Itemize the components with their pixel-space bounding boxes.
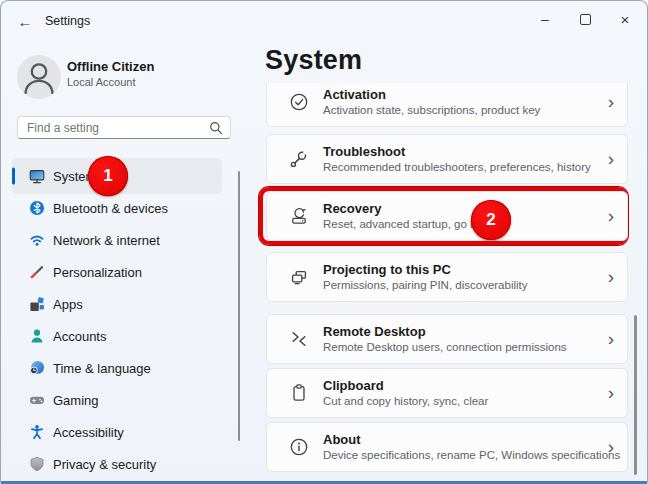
bluetooth-icon [29, 200, 45, 216]
sidebar-scrollbar[interactable] [238, 171, 240, 441]
brush-icon [29, 264, 45, 280]
sidebar-item-label: Apps [53, 297, 83, 312]
info-circle-icon [289, 437, 309, 457]
sidebar-item-label: Personalization [53, 265, 142, 280]
sidebar-item-personalization[interactable]: Personalization [12, 256, 222, 288]
card-subtitle: Cut and copy history, sync, clear [323, 395, 488, 407]
shield-icon [29, 456, 45, 472]
card-subtitle: Reset, advanced startup, go back [323, 218, 494, 230]
card-remote-desktop[interactable]: Remote Desktop Remote Desktop users, con… [266, 314, 628, 364]
card-title: Remote Desktop [323, 325, 567, 339]
user-name: Offline Citizen [67, 59, 154, 74]
search-box [17, 116, 231, 139]
window-title: Settings [45, 1, 90, 41]
chevron-right-icon: › [608, 436, 614, 458]
account-type: Local Account [67, 76, 136, 88]
annotation-step-1-badge: 1 [88, 156, 128, 196]
sidebar-item-label: Gaming [53, 393, 99, 408]
sidebar-item-accessibility[interactable]: Accessibility [12, 416, 222, 448]
sidebar-item-label: Privacy & security [53, 457, 156, 472]
card-troubleshoot[interactable]: Troubleshoot Recommended troubleshooters… [266, 134, 628, 184]
clock-globe-icon [29, 360, 45, 376]
wifi-icon [29, 232, 45, 248]
chevron-right-icon: › [608, 91, 614, 113]
card-projecting[interactable]: Projecting to this PC Permissions, pairi… [266, 252, 628, 302]
card-activation[interactable]: Activation Activation state, subscriptio… [266, 83, 628, 127]
back-arrow-icon: ← [18, 13, 33, 30]
sidebar-item-bluetooth-devices[interactable]: Bluetooth & devices [12, 192, 222, 224]
card-title: Projecting to this PC [323, 263, 528, 277]
card-title: About [323, 433, 620, 447]
avatar-person-icon [17, 55, 61, 99]
sidebar-item-apps[interactable]: Apps [12, 288, 222, 320]
chevron-right-icon: › [608, 328, 614, 350]
card-subtitle: Recommended troubleshooters, preferences… [323, 161, 591, 173]
card-title: Clipboard [323, 379, 488, 393]
chevron-right-icon: › [608, 148, 614, 170]
back-button[interactable]: ← [11, 7, 39, 35]
card-title: Recovery [323, 202, 494, 216]
sidebar-item-label: Time & language [53, 361, 151, 376]
search-input[interactable] [18, 117, 213, 138]
sidebar-item-label: Network & internet [53, 233, 160, 248]
settings-list: Activation Activation state, subscriptio… [256, 83, 647, 481]
settings-window: ← Settings – × Offline Citizen Local Acc… [0, 0, 648, 484]
card-about[interactable]: About Device specifications, rename PC, … [266, 422, 628, 472]
wrench-icon [289, 149, 309, 169]
card-title: Troubleshoot [323, 145, 591, 159]
chevron-right-icon: › [608, 382, 614, 404]
person-icon [29, 328, 45, 344]
sidebar-item-network-internet[interactable]: Network & internet [12, 224, 222, 256]
gamepad-icon [29, 392, 45, 408]
accessibility-person-icon [29, 424, 45, 440]
sidebar-item-gaming[interactable]: Gaming [12, 384, 222, 416]
account-header[interactable]: Offline Citizen Local Account [17, 55, 227, 99]
card-subtitle: Activation state, subscriptions, product… [323, 104, 540, 116]
close-icon: × [621, 11, 630, 28]
recovery-arrow-icon [289, 206, 309, 226]
chevron-right-icon: › [608, 205, 614, 227]
close-button[interactable]: × [605, 2, 645, 36]
search-icon [209, 121, 223, 135]
display-icon [29, 168, 45, 184]
minimize-icon: – [541, 11, 549, 27]
maximize-icon [580, 14, 591, 25]
projection-screens-icon [289, 267, 309, 287]
card-clipboard[interactable]: Clipboard Cut and copy history, sync, cl… [266, 368, 628, 418]
card-recovery[interactable]: Recovery Reset, advanced startup, go bac… [266, 191, 628, 241]
maximize-button[interactable] [565, 2, 605, 36]
sidebar-item-label: Accessibility [53, 425, 124, 440]
card-subtitle: Permissions, pairing PIN, discoverabilit… [323, 279, 528, 291]
sidebar-item-label: Accounts [53, 329, 106, 344]
title-bar: ← Settings – × [1, 1, 647, 41]
clipboard-icon [289, 383, 309, 403]
chevron-right-icon: › [608, 266, 614, 288]
minimize-button[interactable]: – [525, 2, 565, 40]
card-subtitle: Device specifications, rename PC, Window… [323, 449, 620, 461]
sidebar-item-label: Bluetooth & devices [53, 201, 168, 216]
page-title: System [265, 45, 362, 76]
sidebar-item-time-language[interactable]: Time & language [12, 352, 222, 384]
remote-desktop-icon [289, 329, 309, 349]
selected-indicator [12, 168, 15, 185]
apps-grid-icon [29, 296, 45, 312]
avatar [17, 55, 61, 99]
card-title: Activation [323, 88, 540, 102]
annotation-step-2-badge: 2 [471, 200, 511, 240]
checkmark-circle-icon [289, 92, 309, 112]
sidebar-item-privacy-security[interactable]: Privacy & security [12, 448, 222, 480]
main-scrollbar[interactable] [634, 315, 637, 475]
sidebar-item-accounts[interactable]: Accounts [12, 320, 222, 352]
card-subtitle: Remote Desktop users, connection permiss… [323, 341, 567, 353]
